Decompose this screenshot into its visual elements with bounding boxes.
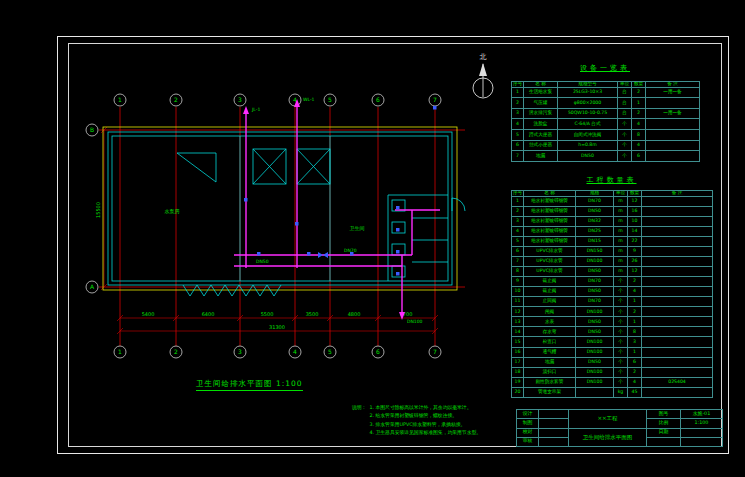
svg-text:DN50: DN50 [256,259,269,264]
table-row: 1生活给水泵25LG3-10×3台2一用一备 [512,87,700,98]
table-cell: 台 [618,98,632,109]
table-cell [646,98,700,109]
table-cell: 4 [632,119,646,130]
svg-text:A: A [90,283,95,290]
table-cell [646,119,700,130]
table-cell: 挂式小便器 [524,140,558,151]
table-cell: 个 [614,327,628,337]
table-row: 16通气帽DN100个1 [512,347,713,357]
table-cell [646,151,700,162]
table-cell: DN100 [576,307,614,317]
table-row: 7地漏DN50个6 [512,151,700,162]
svg-text:4800: 4800 [348,311,361,317]
table-cell: 45 [628,387,642,397]
svg-text:3: 3 [238,96,242,103]
table-header-cell: 序号 [512,191,524,197]
table-cell: 地漏 [524,357,576,367]
titleblock-cell: 图号 [647,410,681,419]
table-cell: 17 [512,357,524,367]
svg-text:3500: 3500 [306,311,319,317]
table-cell: 16 [628,206,642,216]
titleblock-cell: 水施-01 [681,410,723,419]
table-cell: kg [614,387,628,397]
svg-text:5: 5 [328,96,332,103]
titleblock-cell: 制图 [517,419,539,428]
table-row: 3潜水排污泵50QW10-10-0.75台2一用一备 [512,108,700,119]
table-cell: 止回阀 [524,297,576,307]
table-cell: 4 [632,140,646,151]
table-cell: DN50 [576,327,614,337]
table-cell: m [614,236,628,246]
svg-text:6: 6 [376,348,380,355]
table-cell [642,287,713,297]
table-cell [642,246,713,256]
table-row: 20管道支吊架kg45 [512,387,713,397]
table-cell: 个 [614,367,628,377]
north-label: 北 [480,53,487,61]
table-cell: 50QW10-10-0.75 [558,108,618,119]
table-cell: m [614,226,628,236]
table-row: 5蹲式大便器自闭式冲洗阀个8 [512,130,700,141]
svg-text:6400: 6400 [202,311,215,317]
table-row: 6UPVC排水管DN150m9 [512,246,713,256]
table-cell: 14 [512,327,524,337]
table-cell [642,327,713,337]
table-cell: 截止阀 [524,287,576,297]
table-row: 7UPVC排水管DN100m26 [512,256,713,266]
table-cell [642,277,713,287]
quantity-table-title: 工程数量表 [511,175,712,185]
table-cell: 个 [618,119,632,130]
table-cell [642,256,713,266]
table-cell [642,357,713,367]
table-cell: 洗脸盆 [524,119,558,130]
table-row: 4给水衬塑镀锌钢管DN25m14 [512,226,713,236]
table-row: 12闸阀DN100个2 [512,307,713,317]
table-cell: DN100 [576,347,614,357]
svg-text:DN70: DN70 [344,248,357,253]
table-cell: m [614,216,628,226]
table-cell: 给水衬塑镀锌钢管 [524,226,576,236]
table-row: 2气压罐φ800×2000台1 [512,98,700,109]
table-cell: DN15 [576,236,614,246]
table-cell: DN50 [576,287,614,297]
table-row: 1给水衬塑镀锌钢管DN70m12 [512,196,713,206]
table-cell: 20 [512,387,524,397]
quantity-table: 序号名 称规格单位数量备 注 1给水衬塑镀锌钢管DN70m122给水衬塑镀锌钢管… [511,190,713,398]
table-cell: 个 [614,317,628,327]
table-row: 18清扫口DN100个2 [512,367,713,377]
table-cell: 10 [628,216,642,226]
table-row: 5给水衬塑镀锌钢管DN15m22 [512,236,713,246]
table-row: 10截止阀DN50个4 [512,287,713,297]
table-cell: 1 [512,196,524,206]
table-cell: 25LG3-10×3 [558,87,618,98]
titleblock-cell [647,437,681,446]
titleblock-cell [539,437,569,446]
table-cell: 2 [512,206,524,216]
table-cell [642,236,713,246]
table-cell: 1 [628,297,642,307]
table-row: 11止回阀DN70个1 [512,297,713,307]
table-cell: 闸阀 [524,307,576,317]
table-row: 2给水衬塑镀锌钢管DN50m16 [512,206,713,216]
svg-text:卫生间: 卫生间 [350,225,365,232]
table-cell: 6 [632,151,646,162]
svg-text:31300: 31300 [269,324,285,330]
note-item: 2. 给水管采用衬塑镀锌钢管，螺纹连接。 [369,414,481,419]
table-cell [576,387,614,397]
svg-text:3: 3 [238,348,242,355]
north-arrow-icon: 北 [473,53,493,98]
table-cell: 台 [618,87,632,98]
table-cell: 6 [512,140,524,151]
titleblock-drawing-name: 卫生间给排水平面图 [569,428,647,447]
table-cell: 个 [614,337,628,347]
table-cell [642,387,713,397]
table-cell: 13 [512,317,524,327]
table-row: 13水表DN50个1 [512,317,713,327]
svg-text:B: B [90,126,94,133]
titleblock-row: 校对 卫生间给排水平面图 日期 [517,428,723,437]
svg-text:2: 2 [174,96,178,103]
drawing-title: 卫生间给排水平面图 1:100 [196,379,303,391]
table-cell [642,206,713,216]
table-cell: UPVC排水管 [524,267,576,277]
notes-list: 1. 本图尺寸除标高以米计外，其余均以毫米计。 2. 给水管采用衬塑镀锌钢管，螺… [369,406,481,436]
